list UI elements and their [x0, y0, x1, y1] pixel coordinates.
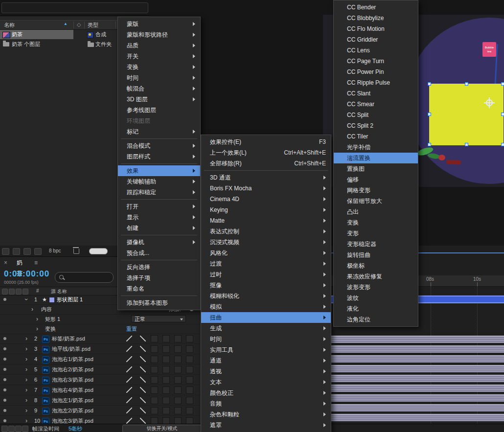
blend-mode-dropdown[interactable]: 正常: [131, 315, 186, 322]
menu-item[interactable]: 旋转扭曲: [334, 250, 418, 260]
expand-caret-icon[interactable]: ›: [25, 354, 27, 364]
effect-switch-icon[interactable]: [140, 346, 146, 352]
draft3d-icon[interactable]: [8, 426, 15, 432]
quality-switch-icon[interactable]: [126, 336, 132, 341]
quality-switch-icon[interactable]: [126, 387, 132, 393]
timeline-search-field[interactable]: [55, 272, 114, 283]
menu-item[interactable]: [118, 162, 200, 165]
menu-item[interactable]: CC Bender: [334, 2, 418, 13]
switch-checkbox[interactable]: [162, 356, 170, 363]
layer-duration-bar[interactable]: [330, 385, 504, 392]
switch-checkbox[interactable]: [151, 335, 158, 342]
mask-icon[interactable]: [34, 248, 42, 255]
switch-checkbox[interactable]: [151, 407, 158, 414]
menu-item[interactable]: [118, 233, 200, 237]
layer-duration-bar[interactable]: [330, 365, 504, 372]
layer-name[interactable]: 泡泡右1/奶茶.psd: [52, 354, 93, 364]
menu-item[interactable]: CC Split 2: [334, 120, 418, 131]
flowchart-icon[interactable]: [2, 248, 9, 255]
menu-item[interactable]: 品质: [118, 40, 200, 51]
selection-handle[interactable]: [428, 82, 431, 86]
menu-item[interactable]: CC Blobbylize: [334, 13, 418, 23]
menu-item[interactable]: 保留细节放大: [334, 196, 418, 206]
menu-item[interactable]: 扭曲: [201, 312, 331, 323]
menu-item[interactable]: 透视: [201, 366, 331, 377]
column-layer-number[interactable]: #: [36, 288, 39, 294]
video-toggle[interactable]: [3, 388, 6, 391]
layer-duration-bar[interactable]: [330, 394, 504, 402]
menu-item[interactable]: 模糊和锐化: [201, 291, 331, 301]
menu-item[interactable]: 风格化: [201, 248, 331, 258]
layer-name[interactable]: 泡泡右4/奶茶.psd: [52, 385, 93, 395]
menu-item[interactable]: 跟踪和稳定: [118, 187, 200, 198]
panel-menu-icon[interactable]: ≡: [34, 257, 38, 268]
menu-item[interactable]: 生成: [201, 323, 331, 334]
video-toggle[interactable]: [3, 409, 6, 412]
quality-switch-icon[interactable]: [126, 418, 132, 424]
menu-item[interactable]: 重命名: [118, 283, 200, 294]
menu-item[interactable]: 3D 通道: [201, 172, 331, 183]
menu-item[interactable]: [118, 258, 200, 262]
menu-item[interactable]: 通道: [201, 355, 331, 366]
audio-column-icon[interactable]: [9, 289, 15, 295]
channels-icon[interactable]: [23, 248, 31, 255]
switch-checkbox[interactable]: [174, 345, 182, 353]
menu-item[interactable]: [118, 198, 200, 201]
menu-item[interactable]: 文本: [201, 377, 331, 387]
video-column-icon[interactable]: [2, 289, 8, 295]
expand-caret-icon[interactable]: ›: [22, 298, 31, 300]
layer-name[interactable]: 泡泡右3/奶茶.psd: [52, 375, 93, 385]
video-toggle[interactable]: [3, 368, 6, 371]
selection-handle[interactable]: [501, 143, 504, 146]
menu-item[interactable]: Matte: [201, 215, 331, 226]
menu-item[interactable]: 边角定位: [334, 314, 418, 325]
column-type[interactable]: 类型: [88, 22, 98, 29]
switch-checkbox[interactable]: [162, 387, 170, 394]
switch-checkbox[interactable]: [174, 356, 182, 363]
switch-checkbox[interactable]: [186, 345, 193, 353]
switch-checkbox[interactable]: [151, 366, 158, 373]
menu-item[interactable]: CC Tiler: [334, 131, 418, 142]
switch-checkbox[interactable]: [162, 407, 170, 414]
menu-item[interactable]: [118, 294, 200, 297]
menu-item[interactable]: 过时: [201, 269, 331, 280]
switch-checkbox[interactable]: [174, 335, 182, 342]
layer-name[interactable]: 标签/奶茶.psd: [52, 334, 85, 343]
menu-item[interactable]: CC Griddler: [334, 34, 418, 45]
menu-item[interactable]: 波纹: [334, 293, 418, 303]
menu-item[interactable]: 音频: [201, 398, 331, 409]
menu-item[interactable]: 遮罩: [201, 420, 331, 431]
toggle-switches-modes-button[interactable]: 切换开关/模式: [122, 425, 202, 432]
graph-editor-icon[interactable]: [22, 426, 28, 432]
video-toggle[interactable]: [3, 419, 6, 422]
expand-caret-icon[interactable]: ›: [25, 364, 27, 374]
menu-item[interactable]: 3D 图层: [118, 94, 200, 105]
quality-switch-icon[interactable]: [126, 366, 132, 372]
snapshot-icon[interactable]: [13, 248, 20, 255]
menu-item[interactable]: 光学补偿: [334, 142, 418, 153]
effect-switch-icon[interactable]: [140, 387, 146, 393]
bit-depth-button[interactable]: 8 bpc: [49, 248, 61, 253]
menu-item[interactable]: 效果: [118, 165, 200, 176]
switch-checkbox[interactable]: [151, 397, 158, 404]
layer-duration-bar[interactable]: [330, 345, 504, 353]
quality-switch-icon[interactable]: [126, 408, 132, 413]
menu-item[interactable]: 颜色校正: [201, 387, 331, 398]
switch-checkbox[interactable]: [174, 387, 182, 394]
menu-item[interactable]: 预合成...: [118, 248, 200, 258]
switch-checkbox[interactable]: [174, 366, 182, 373]
switch-checkbox[interactable]: [186, 397, 193, 404]
switch-checkbox[interactable]: [162, 397, 170, 404]
close-tab-icon[interactable]: ×: [4, 257, 7, 268]
quality-switch-icon[interactable]: [126, 346, 132, 352]
switch-checkbox[interactable]: [151, 387, 158, 394]
reset-link[interactable]: 重置: [126, 324, 137, 334]
sort-asc-icon[interactable]: ▲: [64, 22, 68, 26]
lock-column-icon[interactable]: [23, 289, 28, 295]
menu-item[interactable]: 创建: [118, 223, 200, 233]
layer-duration-bar[interactable]: [330, 404, 504, 411]
column-name[interactable]: 名称: [4, 22, 15, 29]
quality-switch-icon[interactable]: [126, 397, 132, 403]
switch-checkbox[interactable]: [151, 356, 158, 363]
switch-checkbox[interactable]: [162, 335, 170, 342]
